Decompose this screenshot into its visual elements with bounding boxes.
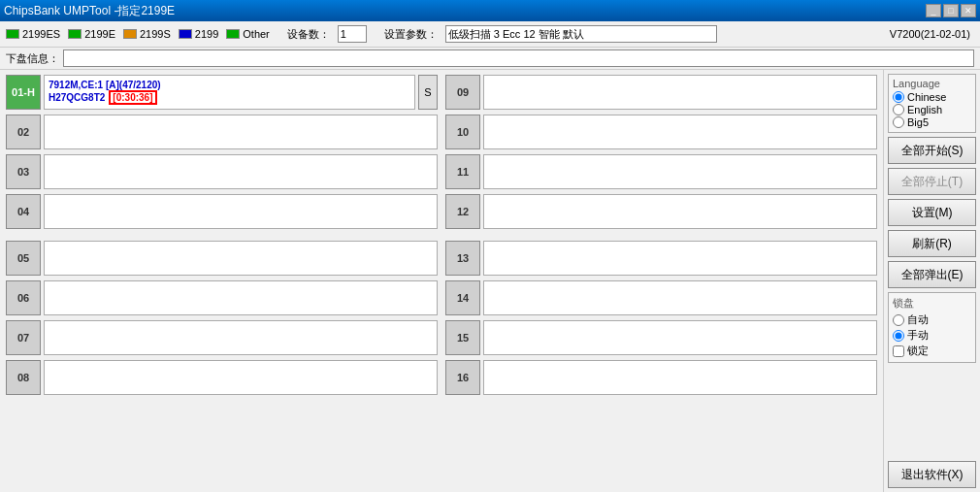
slot-content-14[interactable]	[483, 280, 877, 315]
eject-all-button[interactable]: 全部弹出(E)	[888, 261, 976, 288]
slot-content-12[interactable]	[483, 194, 877, 229]
slot-row-06: 06	[6, 279, 438, 316]
slot-row-10: 10	[445, 114, 877, 150]
title-bar: ChipsBank UMPTool -指定2199E _ □ ✕	[0, 0, 980, 21]
slot-content-02[interactable]	[44, 115, 438, 149]
slot-row-07: 07	[6, 319, 438, 356]
legend-color-other	[226, 29, 240, 39]
radio-chinese[interactable]: Chinese	[893, 91, 971, 103]
slot-num-09: 09	[445, 75, 480, 110]
settings-button[interactable]: 设置(M)	[888, 199, 976, 226]
close-button[interactable]: ✕	[961, 4, 976, 17]
content-area: 01-H 7912M,CE:1 [A](47/2120) H27QCG8T2 […	[0, 70, 980, 492]
slot-content-01[interactable]: 7912M,CE:1 [A](47/2120) H27QCG8T2 [0:30:…	[44, 75, 415, 110]
slot-content-11[interactable]	[483, 154, 877, 189]
minimize-button[interactable]: _	[926, 4, 941, 17]
slot-num-07: 07	[6, 320, 41, 355]
slot-num-11: 11	[445, 154, 480, 189]
slot-row-16: 16	[445, 359, 877, 396]
legend-2199s: 2199S	[123, 28, 171, 40]
slot-content-09[interactable]	[483, 75, 877, 110]
toolbar: 2199ES 2199E 2199S 2199 Other 设备数： 设置参数：…	[0, 21, 980, 48]
param-input[interactable]	[445, 25, 717, 43]
language-group: Language Chinese English Big5	[888, 74, 976, 133]
start-all-button[interactable]: 全部开始(S)	[888, 137, 976, 164]
slot-num-04: 04	[6, 194, 41, 229]
slot-content-15[interactable]	[483, 320, 877, 355]
radio-manual-label: 手动	[907, 328, 929, 343]
radio-english-label: English	[907, 104, 942, 115]
slot-info-line1-01: 7912M,CE:1 [A](47/2120)	[49, 80, 161, 90]
legend-other: Other	[226, 28, 270, 40]
info-bar-label: 下盘信息：	[6, 51, 59, 66]
slot-row-08: 08	[6, 359, 438, 396]
version-label: V7200(21-02-01)	[890, 28, 970, 40]
legend-label-2199: 2199	[195, 28, 218, 40]
radio-big5-label: Big5	[907, 116, 929, 128]
lock-group: 锁盘 自动 手动 锁定	[888, 292, 976, 363]
legend-color-2199e	[68, 29, 82, 39]
slot-num-14: 14	[445, 280, 480, 315]
checkbox-lock-label: 锁定	[907, 344, 929, 358]
legend-color-2199	[179, 29, 192, 39]
device-count-input[interactable]	[338, 25, 367, 43]
legend-label-2199s: 2199S	[140, 28, 171, 40]
legend-2199es: 2199ES	[6, 28, 60, 40]
slot-num-03: 03	[6, 154, 41, 189]
slot-row-12: 12	[445, 193, 877, 230]
radio-auto-lock[interactable]: 自动	[893, 312, 971, 327]
slot-num-05: 05	[6, 241, 41, 276]
slot-info-line2-01: H27QCG8T2 [0:30:36]	[49, 90, 157, 105]
lock-group-title: 锁盘	[893, 296, 971, 311]
slot-row-02: 02	[6, 114, 438, 150]
slot-content-16[interactable]	[483, 360, 877, 395]
param-label: 设置参数：	[384, 27, 438, 42]
language-group-title: Language	[893, 78, 971, 89]
radio-auto-label: 自动	[907, 312, 929, 327]
main-window: 2199ES 2199E 2199S 2199 Other 设备数： 设置参数：…	[0, 21, 980, 492]
slot-content-06[interactable]	[44, 280, 438, 315]
window-controls[interactable]: _ □ ✕	[926, 4, 976, 17]
slot-num-06: 06	[6, 280, 41, 315]
legend-color-2199s	[123, 29, 137, 39]
refresh-button[interactable]: 刷新(R)	[888, 230, 976, 257]
radio-english[interactable]: English	[893, 104, 971, 115]
info-bar-input[interactable]	[63, 49, 974, 67]
slot-row-14: 14	[445, 279, 877, 316]
slot-content-05[interactable]	[44, 241, 438, 276]
slot-num-01: 01-H	[6, 75, 41, 110]
legend-label-2199es: 2199ES	[22, 28, 60, 40]
maximize-button[interactable]: □	[943, 4, 959, 17]
info-bar: 下盘信息：	[0, 48, 980, 70]
slot-row-04: 04	[6, 193, 438, 230]
slot-num-12: 12	[445, 194, 480, 229]
legend-label-other: Other	[243, 28, 270, 40]
right-panel: Language Chinese English Big5 全部开始(S) 全部…	[883, 70, 980, 492]
slot-content-03[interactable]	[44, 154, 438, 189]
slot-row-09: 09	[445, 74, 877, 111]
left-slots: 01-H 7912M,CE:1 [A](47/2120) H27QCG8T2 […	[6, 74, 438, 488]
slot-row-13: 13	[445, 240, 877, 277]
slot-content-04[interactable]	[44, 194, 438, 229]
radio-big5[interactable]: Big5	[893, 116, 971, 128]
slot-num-02: 02	[6, 115, 41, 149]
radio-chinese-label: Chinese	[907, 91, 946, 103]
slot-content-10[interactable]	[483, 115, 877, 149]
slot-content-07[interactable]	[44, 320, 438, 355]
legend-label-2199e: 2199E	[84, 28, 115, 40]
stop-all-button[interactable]: 全部停止(T)	[888, 168, 976, 195]
slot-content-08[interactable]	[44, 360, 438, 395]
exit-button[interactable]: 退出软件(X)	[888, 461, 976, 488]
radio-manual-lock[interactable]: 手动	[893, 328, 971, 343]
slot-content-13[interactable]	[483, 241, 877, 276]
checkbox-lock[interactable]: 锁定	[893, 344, 971, 358]
slot-num-16: 16	[445, 360, 480, 395]
slot-row-15: 15	[445, 319, 877, 356]
device-count-label: 设备数：	[287, 27, 330, 42]
slot-row-01: 01-H 7912M,CE:1 [A](47/2120) H27QCG8T2 […	[6, 74, 438, 111]
right-slots: 09 10 11 12	[445, 74, 877, 488]
legend-color-2199es	[6, 29, 19, 39]
slot-row-11: 11	[445, 153, 877, 190]
slot-s-button-01[interactable]: S	[418, 75, 438, 110]
legend-2199e: 2199E	[68, 28, 115, 40]
